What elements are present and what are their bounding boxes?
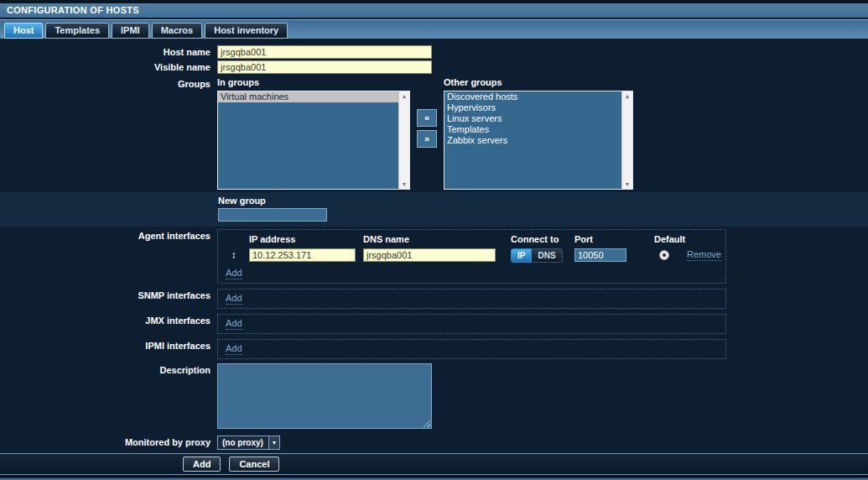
visible-name-label: Visible name — [0, 60, 217, 72]
move-right-icon: » — [424, 133, 429, 143]
add-agent-interface-link[interactable]: Add — [226, 268, 242, 279]
host-name-label: Host name — [0, 45, 217, 57]
other-groups-header: Other groups — [444, 77, 633, 88]
remove-interface-link[interactable]: Remove — [687, 249, 721, 261]
new-group-input[interactable] — [218, 208, 327, 222]
add-button[interactable]: Add — [183, 457, 221, 472]
agent-interfaces-label: Agent interfaces — [0, 229, 217, 241]
default-interface-radio[interactable] — [659, 250, 669, 260]
description-label: Description — [0, 363, 217, 375]
other-groups-list[interactable]: Discovered hosts Hypervisors Linux serve… — [444, 91, 633, 190]
proxy-select[interactable]: (no proxy) ▼ — [217, 436, 280, 450]
ipmi-interfaces-label: IPMI interfaces — [0, 339, 217, 351]
list-item[interactable]: Templates — [444, 124, 621, 135]
proxy-label: Monitored by proxy — [0, 436, 217, 447]
tab-host[interactable]: Host — [4, 23, 43, 39]
description-row: Description — [0, 363, 868, 429]
column-connect-to: Connect to — [511, 232, 574, 246]
zabbix-host-config-page: CONFIGURATION OF HOSTS Host Templates IP… — [0, 0, 868, 480]
connect-to-dns-option[interactable]: DNS — [532, 248, 562, 263]
scroll-down-icon[interactable]: ▼ — [625, 181, 631, 187]
scroll-up-icon[interactable]: ▲ — [402, 93, 408, 99]
column-default: Default — [654, 232, 687, 246]
other-groups-scrollbar[interactable]: ▲ ▼ — [621, 91, 632, 189]
interface-ip-input[interactable] — [249, 248, 356, 262]
drag-handle-icon[interactable]: ↕ — [218, 249, 249, 261]
move-to-in-groups-button[interactable]: « — [417, 109, 437, 127]
move-left-icon: « — [424, 112, 429, 123]
tab-macros[interactable]: Macros — [152, 23, 203, 39]
in-groups-header: In groups — [217, 77, 410, 88]
column-dns-name: DNS name — [363, 232, 511, 246]
in-groups-scrollbar[interactable]: ▲ ▼ — [398, 91, 409, 189]
page-header: CONFIGURATION OF HOSTS — [0, 3, 868, 18]
tab-templates[interactable]: Templates — [45, 23, 109, 39]
add-jmx-interface-link[interactable]: Add — [226, 318, 242, 330]
list-item[interactable]: Virtual machines — [218, 91, 398, 102]
groups-row: Groups In groups Virtual machines ▲ ▼ — [0, 77, 868, 190]
tab-bar: Host Templates IPMI Macros Host inventor… — [0, 20, 868, 39]
proxy-row: Monitored by proxy (no proxy) ▼ — [0, 436, 868, 450]
in-groups-list[interactable]: Virtual machines ▲ ▼ — [217, 91, 410, 190]
add-snmp-interface-link[interactable]: Add — [226, 293, 242, 305]
jmx-interfaces-row: JMX interfaces Add — [0, 314, 868, 334]
cancel-button[interactable]: Cancel — [229, 457, 279, 472]
list-item[interactable]: Discovered hosts — [444, 91, 621, 102]
scroll-down-icon[interactable]: ▼ — [402, 181, 408, 187]
host-form: Host name Visible name Groups In groups … — [0, 39, 868, 453]
groups-label: Groups — [0, 77, 217, 89]
visible-name-input[interactable] — [217, 60, 432, 74]
snmp-interfaces-row: SNMP interfaces Add — [0, 289, 868, 309]
host-name-row: Host name — [0, 45, 868, 59]
bottom-strip — [0, 475, 868, 480]
page-title: CONFIGURATION OF HOSTS — [7, 5, 139, 15]
dropdown-arrow-icon: ▼ — [268, 436, 279, 449]
tab-ipmi[interactable]: IPMI — [112, 23, 149, 39]
snmp-interfaces-label: SNMP interfaces — [0, 289, 217, 300]
snmp-interfaces-box: Add — [217, 289, 726, 309]
footer-actions: Add Cancel — [0, 454, 868, 474]
connect-to-toggle: IP DNS — [511, 248, 574, 263]
interface-port-input[interactable] — [574, 248, 626, 262]
agent-interface-row: ↕ IP DNS Remove — [218, 246, 725, 264]
move-to-other-groups-button[interactable]: » — [417, 130, 437, 148]
new-group-band: New group — [0, 192, 868, 227]
jmx-interfaces-box: Add — [217, 314, 726, 334]
group-move-buttons: « » — [417, 109, 437, 148]
jmx-interfaces-label: JMX interfaces — [0, 314, 217, 326]
agent-interfaces-header: IP address DNS name Connect to Port Defa… — [218, 232, 725, 246]
proxy-selected-value: (no proxy) — [218, 436, 268, 449]
host-name-input[interactable] — [217, 45, 432, 59]
agent-interfaces-box: IP address DNS name Connect to Port Defa… — [217, 229, 726, 284]
new-group-label: New group — [218, 196, 868, 206]
scroll-up-icon[interactable]: ▲ — [625, 93, 631, 99]
column-port: Port — [574, 232, 654, 246]
ipmi-interfaces-row: IPMI interfaces Add — [0, 339, 868, 359]
visible-name-row: Visible name — [0, 60, 868, 74]
list-item[interactable]: Linux servers — [444, 113, 621, 124]
add-ipmi-interface-link[interactable]: Add — [226, 343, 242, 355]
tab-host-inventory[interactable]: Host inventory — [205, 23, 288, 39]
interface-dns-input[interactable] — [363, 248, 496, 262]
ipmi-interfaces-box: Add — [217, 339, 726, 359]
column-ip-address: IP address — [249, 232, 363, 246]
list-item[interactable]: Hypervisors — [444, 102, 621, 113]
connect-to-ip-option[interactable]: IP — [511, 248, 532, 263]
agent-interfaces-row: Agent interfaces IP address DNS name Con… — [0, 229, 868, 284]
description-textarea[interactable] — [217, 363, 432, 429]
list-item[interactable]: Zabbix servers — [444, 135, 621, 146]
